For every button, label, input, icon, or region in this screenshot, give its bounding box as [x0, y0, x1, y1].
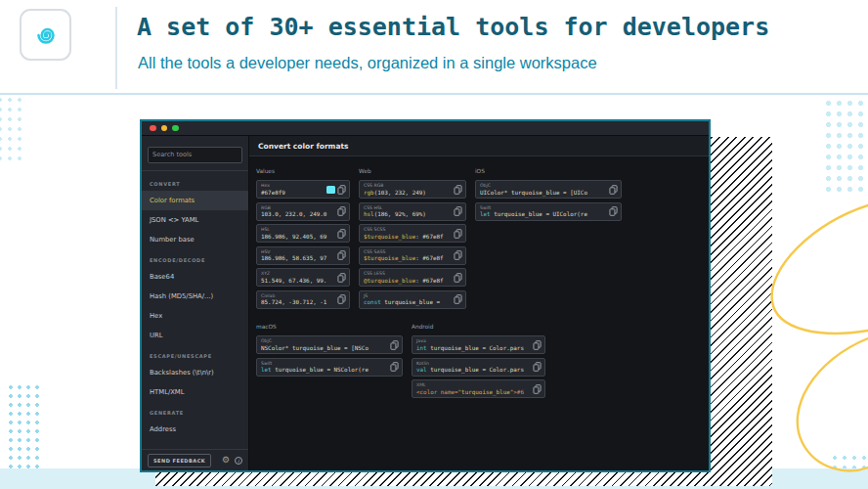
- copy-icon[interactable]: [533, 362, 542, 372]
- value-card-value: let turquoise_blue = NSColor(re: [261, 367, 388, 375]
- sidebar-section-label: GENERATE: [142, 402, 248, 420]
- value-card-value: #67e8f9: [261, 190, 335, 198]
- color-swatch: [326, 186, 335, 194]
- sidebar-item-hex[interactable]: Hex: [142, 306, 248, 326]
- value-card-label: ObjC: [480, 183, 607, 189]
- value-card-css-hsl: CSS HSLhsl(186, 92%, 69%): [359, 202, 466, 221]
- value-card-label: Swift: [261, 361, 388, 367]
- value-card-hsl: HSL186.986, 92.405, 69: [256, 224, 350, 243]
- hero-subtitle: All the tools a developer needs, organiz…: [138, 54, 597, 72]
- tool-main: ValuesHex#67e8f9RGB103.0, 232.0, 249.0HS…: [249, 156, 709, 410]
- sidebar-item-backslashes-t-n-r[interactable]: Backslashes (\t\n\r): [142, 363, 248, 382]
- search-input[interactable]: [148, 147, 242, 163]
- code-token: $turquoise_blue: [364, 234, 415, 240]
- code-token: UIColor* turquoise_blue = [UICo: [480, 190, 587, 196]
- value-card-cielab: Cielab85.724, -30.712, -1: [256, 290, 350, 309]
- copy-icon[interactable]: [454, 206, 462, 216]
- copy-icon[interactable]: [337, 273, 346, 283]
- copy-icon[interactable]: [337, 229, 346, 239]
- value-card-swift: Swiftlet turquoise_blue = NSColor(re: [256, 358, 403, 377]
- sidebar-item-address[interactable]: Address: [142, 420, 248, 439]
- code-token: 85.724, -30.712, -1: [261, 299, 326, 305]
- sidebar-item-base64[interactable]: Base64: [142, 267, 248, 287]
- sidebar-item-json-yaml[interactable]: JSON <> YAML: [142, 210, 248, 230]
- copy-icon[interactable]: [533, 340, 542, 350]
- code-token: >#6: [513, 389, 524, 395]
- code-token: hsl: [364, 211, 374, 217]
- info-icon[interactable]: i: [235, 457, 242, 465]
- close-button[interactable]: [150, 125, 156, 132]
- value-card-label: CSS LESS: [364, 271, 452, 277]
- value-card-value: UIColor* turquoise_blue = [UICo: [480, 190, 607, 198]
- app-logo: [20, 9, 71, 61]
- value-card-java: Javaint turquoise_blue = Color.pars: [412, 335, 545, 354]
- value-card-label: CSS SASS: [364, 249, 452, 255]
- group-ios: iOSObjCUIColor* turquoise_blue = [UICoSw…: [475, 160, 622, 312]
- copy-icon[interactable]: [609, 206, 618, 216]
- value-card-label: RGB: [261, 205, 335, 211]
- copy-icon[interactable]: [454, 229, 462, 239]
- value-card-objc: ObjCUIColor* turquoise_blue = [UICo: [475, 180, 622, 199]
- sidebar-item-color-formats[interactable]: Color formats: [142, 191, 248, 210]
- group-title: iOS: [475, 168, 622, 174]
- hero-title: A set of 30+ essential tools for develop…: [137, 13, 769, 41]
- group-title: Android: [412, 324, 545, 330]
- copy-icon[interactable]: [390, 340, 399, 350]
- sidebar-item-url[interactable]: URL: [142, 326, 248, 345]
- value-card-label: Kotlin: [416, 361, 531, 367]
- value-card-value: NSColor* turquoise_blue = [NSCo: [261, 345, 388, 353]
- value-card-label: CSS RGB: [364, 183, 452, 189]
- copy-icon[interactable]: [390, 362, 399, 372]
- top-groups: ValuesHex#67e8f9RGB103.0, 232.0, 249.0HS…: [256, 160, 702, 312]
- sidebar-section-encode-decode: ENCODE/DECODEBase64Hash (MD5/SHA/...)Hex…: [142, 249, 248, 345]
- value-card-css-sass: CSS SASS$turquoise_blue: #67e8f: [359, 246, 466, 265]
- code-token: <color name=: [416, 389, 458, 395]
- maximize-button[interactable]: [172, 125, 179, 132]
- value-card-value: 186.986, 58.635, 97: [261, 255, 335, 263]
- code-token: 186.986, 58.635, 97: [261, 255, 326, 261]
- copy-icon[interactable]: [454, 294, 462, 304]
- sidebar-section-generate: GENERATEAddress: [142, 402, 248, 439]
- sidebar: CONVERTColor formatsJSON <> YAMLNumber b…: [142, 136, 249, 470]
- code-token: $turquoise_blue: [364, 255, 415, 261]
- sidebar-item-html-xml[interactable]: HTML/XML: [142, 382, 248, 402]
- sidebar-item-hash-md5-sha[interactable]: Hash (MD5/SHA/...): [142, 287, 248, 306]
- group-title: Web: [359, 168, 466, 174]
- value-card-value: 186.986, 92.405, 69: [261, 234, 335, 242]
- code-token: NSColor* turquoise_blue = [NSCo: [261, 345, 369, 351]
- value-card-label: Hex: [261, 183, 335, 189]
- search-wrap: [148, 142, 242, 163]
- value-card-value: 85.724, -30.712, -1: [261, 299, 335, 307]
- code-token: @turquoise_blue: [364, 278, 415, 284]
- code-token: val: [416, 367, 430, 373]
- group-android: AndroidJavaint turquoise_blue = Color.pa…: [412, 316, 545, 402]
- value-card-value: rgb(103, 232, 249): [364, 190, 452, 198]
- copy-icon[interactable]: [337, 294, 346, 304]
- copy-icon[interactable]: [337, 206, 346, 216]
- value-card-xyz: XYZ51.549, 67.436, 99.: [256, 268, 350, 287]
- copy-icon[interactable]: [454, 185, 462, 195]
- value-card-kotlin: Kotlinval turquoise_blue = Color.pars: [412, 358, 545, 377]
- value-card-value: <color name="turquoise_blue">#6: [416, 389, 531, 397]
- sidebar-item-number-base[interactable]: Number base: [142, 230, 248, 249]
- settings-gear-icon[interactable]: ⚙: [222, 456, 230, 465]
- code-token: 51.549, 67.436, 99.: [261, 278, 326, 284]
- group-web: WebCSS RGBrgb(103, 232, 249)CSS HSLhsl(1…: [359, 160, 466, 312]
- value-card-label: CSS HSL: [364, 205, 452, 211]
- copy-icon[interactable]: [337, 185, 346, 195]
- value-card-label: XYZ: [261, 271, 335, 277]
- copy-icon[interactable]: [609, 185, 618, 195]
- page: A set of 30+ essential tools for develop…: [0, 0, 868, 489]
- copy-icon[interactable]: [454, 273, 462, 283]
- copy-icon[interactable]: [454, 250, 462, 260]
- value-card-value: int turquoise_blue = Color.pars: [416, 345, 531, 353]
- value-card-value: $turquoise_blue: #67e8f: [364, 234, 452, 242]
- value-card-label: Swift: [480, 205, 607, 211]
- minimize-button[interactable]: [161, 125, 168, 132]
- copy-icon[interactable]: [533, 384, 542, 394]
- sidebar-footer: SEND FEEDBACK ⚙ i: [142, 449, 248, 470]
- send-feedback-button[interactable]: SEND FEEDBACK: [148, 454, 211, 467]
- copy-icon[interactable]: [337, 250, 346, 260]
- value-card-label: ObjC: [261, 338, 388, 344]
- value-card-label: CSS SCSS: [364, 227, 452, 233]
